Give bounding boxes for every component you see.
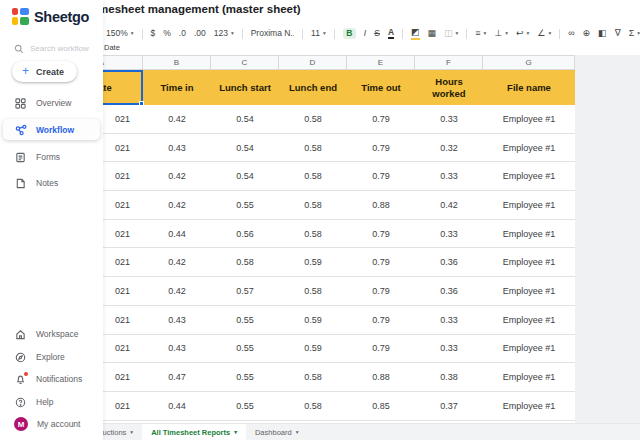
cell[interactable]: 0.38 (415, 363, 483, 391)
cell[interactable]: 0.79 (347, 277, 415, 305)
search-input[interactable] (30, 44, 102, 53)
sidebar-item-forms[interactable]: Forms (0, 147, 103, 167)
sidebar-item-notifications[interactable]: Notifications (0, 369, 103, 389)
fill-color-icon[interactable]: ◩ (411, 28, 420, 40)
cell[interactable]: 0.44 (143, 220, 211, 248)
cell[interactable]: Employee #1 (483, 363, 575, 391)
cell[interactable]: Employee #1 (483, 220, 575, 248)
cell[interactable]: 0.59 (279, 335, 347, 363)
sheetgo-logo[interactable]: Sheetgo (12, 8, 89, 25)
cell[interactable]: Employee #1 (483, 277, 575, 305)
spreadsheet-title[interactable]: Timesheet management (master sheet) (88, 3, 301, 15)
cell[interactable]: 0.79 (347, 220, 415, 248)
column-header-F[interactable]: F (415, 56, 483, 69)
decrease-decimals-button[interactable]: .0 (179, 29, 186, 38)
cell[interactable]: 0.58 (279, 162, 347, 190)
italic-button[interactable]: I (364, 29, 366, 38)
cell[interactable]: 0.56 (211, 220, 279, 248)
strikethrough-button[interactable]: S (374, 29, 380, 38)
cell[interactable]: 0.55 (211, 335, 279, 363)
cell[interactable]: 0.55 (211, 392, 279, 420)
cell[interactable]: 0.59 (279, 248, 347, 276)
borders-icon[interactable]: ▦ (428, 29, 437, 38)
column-header-G[interactable]: G (483, 56, 575, 69)
cell[interactable]: 0.88 (347, 363, 415, 391)
insert-chart-icon[interactable]: ◧ (598, 29, 607, 38)
cell[interactable]: Employee #1 (483, 248, 575, 276)
cell[interactable]: 0.79 (347, 335, 415, 363)
cell[interactable]: Employee #1 (483, 306, 575, 334)
cell[interactable]: 0.36 (415, 248, 483, 276)
cell[interactable]: 0.42 (143, 277, 211, 305)
cell[interactable]: 0.43 (143, 134, 211, 162)
cell[interactable]: 0.59 (279, 306, 347, 334)
sidebar-item-my-account[interactable]: M My account (0, 413, 103, 435)
workflow-search[interactable] (12, 42, 102, 55)
cell[interactable]: 0.79 (347, 162, 415, 190)
cell[interactable]: 0.47 (143, 363, 211, 391)
cell[interactable]: 0.58 (279, 220, 347, 248)
cell[interactable]: 0.42 (143, 162, 211, 190)
cell[interactable]: 0.58 (279, 105, 347, 133)
create-button[interactable]: + Create (12, 61, 77, 82)
column-header-B[interactable]: B (143, 56, 211, 69)
cell[interactable]: 0.58 (211, 248, 279, 276)
format-currency-button[interactable]: $ (151, 29, 156, 38)
column-header-E[interactable]: E (347, 56, 415, 69)
cell[interactable]: Employee #1 (483, 392, 575, 420)
merge-cells-icon[interactable]: ◫▾ (444, 29, 458, 38)
cell[interactable]: 0.42 (143, 191, 211, 219)
font-select[interactable]: Proxima N...▾ (251, 29, 294, 38)
filter-icon[interactable]: ∇ (615, 29, 621, 38)
cell[interactable]: 0.42 (415, 191, 483, 219)
cell[interactable]: 0.32 (415, 134, 483, 162)
cell[interactable]: 0.42 (143, 248, 211, 276)
cell[interactable]: 0.54 (211, 162, 279, 190)
horizontal-align-icon[interactable]: ≡▾ (475, 29, 486, 38)
increase-decimals-button[interactable]: .00 (194, 29, 206, 38)
cell[interactable]: 0.55 (211, 306, 279, 334)
cell[interactable]: 0.58 (279, 392, 347, 420)
cell[interactable]: 0.57 (211, 277, 279, 305)
cell[interactable]: 0.43 (143, 306, 211, 334)
header-cell-file-name[interactable]: File name (483, 70, 575, 105)
column-header-C[interactable]: C (211, 56, 279, 69)
cell[interactable]: 0.79 (347, 248, 415, 276)
text-color-button[interactable]: A (388, 28, 394, 40)
insert-comment-icon[interactable]: ⊕ (583, 29, 591, 38)
sheet-tab-all-timesheet-reports[interactable]: All Timesheet Reports▾ (142, 424, 246, 440)
sidebar-item-workspace[interactable]: Workspace (0, 324, 103, 344)
cell[interactable]: 0.79 (347, 134, 415, 162)
cell[interactable]: 0.33 (415, 306, 483, 334)
cell[interactable]: Employee #1 (483, 105, 575, 133)
sidebar-item-notes[interactable]: Notes (0, 173, 103, 193)
vertical-align-icon[interactable]: ⊥▾ (494, 29, 508, 38)
header-cell-hours-worked[interactable]: Hours worked (415, 70, 483, 105)
text-wrap-icon[interactable]: ↩▾ (516, 29, 529, 38)
cell[interactable]: 0.33 (415, 105, 483, 133)
cell[interactable]: 0.88 (347, 191, 415, 219)
sidebar-item-explore[interactable]: Explore (0, 347, 103, 367)
sidebar-item-workflow[interactable]: Workflow (3, 119, 100, 140)
header-cell-lunch-start[interactable]: Lunch start (211, 70, 279, 105)
cell[interactable]: 0.58 (279, 363, 347, 391)
cell[interactable]: Employee #1 (483, 335, 575, 363)
header-cell-time-out[interactable]: Time out (347, 70, 415, 105)
bold-button[interactable]: B (343, 28, 356, 40)
sidebar-item-help[interactable]: Help (0, 392, 103, 412)
cell[interactable]: 0.54 (211, 134, 279, 162)
font-size-select[interactable]: 11▾ (311, 29, 326, 38)
more-formats-button[interactable]: 123▾ (214, 29, 234, 38)
cell[interactable]: 0.85 (347, 392, 415, 420)
cell[interactable]: 0.33 (415, 335, 483, 363)
cell[interactable]: 0.58 (279, 277, 347, 305)
functions-icon[interactable]: Σ▾ (629, 29, 640, 38)
cell[interactable]: 0.43 (143, 335, 211, 363)
format-percent-button[interactable]: % (163, 29, 171, 38)
cell[interactable]: Employee #1 (483, 191, 575, 219)
cell[interactable]: 0.55 (211, 191, 279, 219)
cell[interactable]: 0.36 (415, 277, 483, 305)
sidebar-item-overview[interactable]: Overview (0, 93, 103, 113)
text-rotation-icon[interactable]: ∠▾ (537, 29, 551, 38)
cell[interactable]: 0.33 (415, 162, 483, 190)
